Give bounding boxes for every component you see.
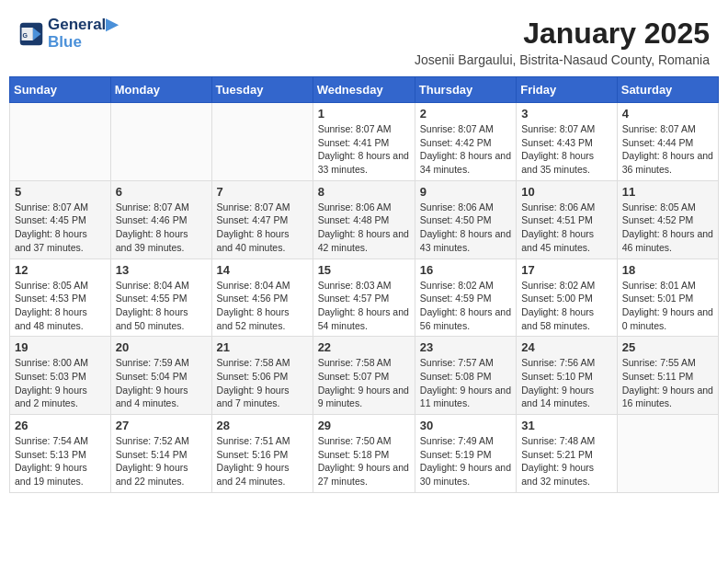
day-number: 31 [521, 419, 612, 432]
day-info: Sunrise: 7:58 AMSunset: 5:07 PMDaylight:… [318, 356, 410, 410]
day-number: 8 [318, 185, 410, 199]
day-number: 18 [622, 263, 713, 277]
day-info: Sunrise: 7:50 AMSunset: 5:18 PMDaylight:… [318, 434, 410, 488]
day-info: Sunrise: 8:07 AMSunset: 4:45 PMDaylight:… [15, 201, 106, 255]
day-number: 10 [521, 185, 612, 199]
day-info: Sunrise: 8:06 AMSunset: 4:50 PMDaylight:… [420, 201, 511, 255]
logo-icon: G [18, 21, 44, 47]
calendar-cell: 8Sunrise: 8:06 AMSunset: 4:48 PMDaylight… [313, 180, 415, 259]
day-info: Sunrise: 8:02 AMSunset: 5:00 PMDaylight:… [521, 279, 612, 333]
day-info: Sunrise: 8:07 AMSunset: 4:46 PMDaylight:… [116, 201, 207, 255]
day-number: 30 [420, 419, 511, 432]
day-info: Sunrise: 8:07 AMSunset: 4:41 PMDaylight:… [318, 122, 410, 177]
calendar-cell: 18Sunrise: 8:01 AMSunset: 5:01 PMDayligh… [617, 259, 718, 337]
calendar-week-4: 19Sunrise: 8:00 AMSunset: 5:03 PMDayligh… [10, 337, 719, 415]
calendar-cell: 25Sunrise: 7:55 AMSunset: 5:11 PMDayligh… [617, 337, 718, 415]
calendar-cell [10, 103, 111, 181]
day-number: 1 [318, 107, 410, 121]
calendar-cell: 11Sunrise: 8:05 AMSunset: 4:52 PMDayligh… [617, 180, 718, 259]
calendar-cell: 31Sunrise: 7:48 AMSunset: 5:21 PMDayligh… [517, 415, 618, 493]
calendar-cell: 10Sunrise: 8:06 AMSunset: 4:51 PMDayligh… [517, 180, 618, 259]
calendar-cell: 17Sunrise: 8:02 AMSunset: 5:00 PMDayligh… [517, 259, 618, 337]
day-number: 9 [420, 185, 511, 199]
day-info: Sunrise: 7:56 AMSunset: 5:10 PMDaylight:… [521, 356, 612, 410]
month-title: January 2025 [415, 17, 710, 51]
day-info: Sunrise: 7:54 AMSunset: 5:13 PMDaylight:… [15, 434, 106, 488]
calendar-header-tuesday: Tuesday [211, 77, 313, 103]
day-info: Sunrise: 8:07 AMSunset: 4:42 PMDaylight:… [420, 122, 511, 177]
day-number: 25 [622, 340, 713, 354]
logo: G General▶ Blue [18, 17, 118, 51]
calendar-cell: 5Sunrise: 8:07 AMSunset: 4:45 PMDaylight… [10, 180, 111, 259]
calendar-cell: 28Sunrise: 7:51 AMSunset: 5:16 PMDayligh… [211, 415, 313, 493]
day-info: Sunrise: 8:04 AMSunset: 4:55 PMDaylight:… [116, 279, 207, 333]
day-number: 12 [15, 263, 106, 277]
calendar-cell: 19Sunrise: 8:00 AMSunset: 5:03 PMDayligh… [10, 337, 111, 415]
calendar-cell: 12Sunrise: 8:05 AMSunset: 4:53 PMDayligh… [10, 259, 111, 337]
calendar-cell: 1Sunrise: 8:07 AMSunset: 4:41 PMDaylight… [313, 103, 415, 181]
calendar-cell [110, 103, 211, 181]
day-info: Sunrise: 8:05 AMSunset: 4:52 PMDaylight:… [622, 201, 713, 255]
calendar-cell: 2Sunrise: 8:07 AMSunset: 4:42 PMDaylight… [415, 103, 516, 181]
day-info: Sunrise: 8:04 AMSunset: 4:56 PMDaylight:… [217, 279, 308, 333]
calendar-cell: 13Sunrise: 8:04 AMSunset: 4:55 PMDayligh… [110, 259, 211, 337]
day-info: Sunrise: 7:59 AMSunset: 5:04 PMDaylight:… [116, 356, 207, 410]
calendar-header-thursday: Thursday [415, 77, 516, 103]
calendar-week-3: 12Sunrise: 8:05 AMSunset: 4:53 PMDayligh… [10, 259, 719, 337]
day-number: 27 [116, 419, 207, 432]
day-number: 14 [217, 263, 308, 277]
day-number: 15 [318, 263, 410, 277]
day-info: Sunrise: 8:07 AMSunset: 4:44 PMDaylight:… [622, 122, 713, 177]
day-number: 28 [217, 419, 308, 432]
calendar-cell: 20Sunrise: 7:59 AMSunset: 5:04 PMDayligh… [110, 337, 211, 415]
day-info: Sunrise: 7:49 AMSunset: 5:19 PMDaylight:… [420, 434, 511, 488]
day-info: Sunrise: 7:52 AMSunset: 5:14 PMDaylight:… [116, 434, 207, 488]
calendar-week-1: 1Sunrise: 8:07 AMSunset: 4:41 PMDaylight… [10, 103, 719, 181]
calendar-table: SundayMondayTuesdayWednesdayThursdayFrid… [9, 76, 719, 493]
calendar-cell [617, 415, 718, 493]
day-number: 11 [622, 185, 713, 199]
day-info: Sunrise: 8:07 AMSunset: 4:43 PMDaylight:… [521, 122, 612, 177]
title-block: January 2025 Josenii Bargaului, Bistrita… [415, 17, 710, 67]
calendar-header-friday: Friday [517, 77, 618, 103]
calendar-week-5: 26Sunrise: 7:54 AMSunset: 5:13 PMDayligh… [10, 415, 719, 493]
calendar-header-monday: Monday [110, 77, 211, 103]
calendar-cell: 14Sunrise: 8:04 AMSunset: 4:56 PMDayligh… [211, 259, 313, 337]
day-info: Sunrise: 8:01 AMSunset: 5:01 PMDaylight:… [622, 279, 713, 333]
day-number: 24 [521, 340, 612, 354]
calendar-cell: 30Sunrise: 7:49 AMSunset: 5:19 PMDayligh… [415, 415, 516, 493]
calendar-cell: 26Sunrise: 7:54 AMSunset: 5:13 PMDayligh… [10, 415, 111, 493]
day-info: Sunrise: 7:57 AMSunset: 5:08 PMDaylight:… [420, 356, 511, 410]
day-number: 16 [420, 263, 511, 277]
day-number: 4 [622, 107, 713, 121]
day-info: Sunrise: 8:05 AMSunset: 4:53 PMDaylight:… [15, 279, 106, 333]
logo-text: General▶ Blue [48, 17, 118, 51]
day-info: Sunrise: 8:07 AMSunset: 4:47 PMDaylight:… [217, 201, 308, 255]
calendar-cell: 3Sunrise: 8:07 AMSunset: 4:43 PMDaylight… [517, 103, 618, 181]
svg-text:G: G [22, 31, 28, 38]
day-info: Sunrise: 7:51 AMSunset: 5:16 PMDaylight:… [217, 434, 308, 488]
day-info: Sunrise: 7:48 AMSunset: 5:21 PMDaylight:… [521, 434, 612, 488]
day-number: 6 [116, 185, 207, 199]
calendar-cell: 15Sunrise: 8:03 AMSunset: 4:57 PMDayligh… [313, 259, 415, 337]
day-number: 23 [420, 340, 511, 354]
calendar-cell: 6Sunrise: 8:07 AMSunset: 4:46 PMDaylight… [110, 180, 211, 259]
calendar-cell [211, 103, 313, 181]
day-info: Sunrise: 8:00 AMSunset: 5:03 PMDaylight:… [15, 356, 106, 410]
day-number: 29 [318, 419, 410, 432]
calendar-header-sunday: Sunday [10, 77, 111, 103]
day-number: 7 [217, 185, 308, 199]
day-info: Sunrise: 8:06 AMSunset: 4:51 PMDaylight:… [521, 201, 612, 255]
calendar-cell: 22Sunrise: 7:58 AMSunset: 5:07 PMDayligh… [313, 337, 415, 415]
day-info: Sunrise: 7:58 AMSunset: 5:06 PMDaylight:… [217, 356, 308, 410]
day-number: 3 [521, 107, 612, 121]
day-info: Sunrise: 8:02 AMSunset: 4:59 PMDaylight:… [420, 279, 511, 333]
calendar-cell: 4Sunrise: 8:07 AMSunset: 4:44 PMDaylight… [617, 103, 718, 181]
day-info: Sunrise: 7:55 AMSunset: 5:11 PMDaylight:… [622, 356, 713, 410]
day-number: 21 [217, 340, 308, 354]
header: G General▶ Blue January 2025 Josenii Bar… [9, 9, 719, 71]
calendar-cell: 24Sunrise: 7:56 AMSunset: 5:10 PMDayligh… [517, 337, 618, 415]
calendar-header-row: SundayMondayTuesdayWednesdayThursdayFrid… [10, 77, 719, 103]
calendar-cell: 7Sunrise: 8:07 AMSunset: 4:47 PMDaylight… [211, 180, 313, 259]
page-wrapper: G General▶ Blue January 2025 Josenii Bar… [9, 9, 719, 493]
